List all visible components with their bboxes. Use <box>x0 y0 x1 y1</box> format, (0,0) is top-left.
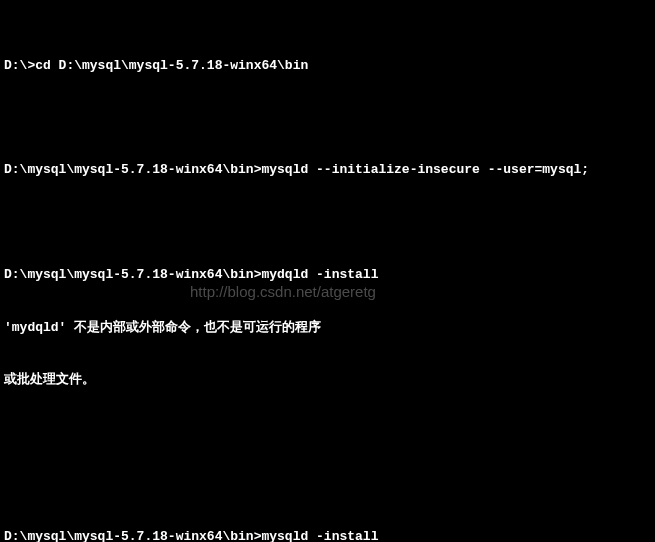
cmd-line-initialize: D:\mysql\mysql-5.7.18-winx64\bin>mysqld … <box>4 161 653 179</box>
terminal-window[interactable]: http://blog.csdn.net/atgeretg D:\>cd D:\… <box>0 0 655 542</box>
blank-line <box>4 424 653 441</box>
cmd-line-install: D:\mysql\mysql-5.7.18-winx64\bin>mysqld … <box>4 528 653 542</box>
blank-line <box>4 109 653 126</box>
cmd-line-typo-install: D:\mysql\mysql-5.7.18-winx64\bin>mydqld … <box>4 266 653 284</box>
cmd-line-cd: D:\>cd D:\mysql\mysql-5.7.18-winx64\bin <box>4 57 653 75</box>
blank-line <box>4 476 653 493</box>
error-line-1: 'mydqld' 不是内部或外部命令，也不是可运行的程序 <box>4 319 653 337</box>
watermark-text: http://blog.csdn.net/atgeretg <box>190 282 376 302</box>
blank-line <box>4 214 653 231</box>
error-line-2: 或批处理文件。 <box>4 371 653 389</box>
